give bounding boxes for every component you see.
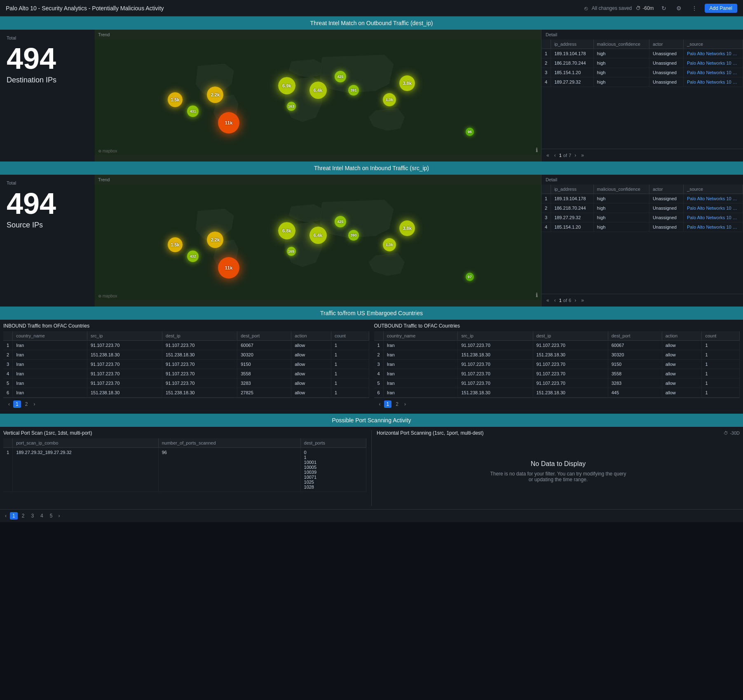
inbound-pagination: « ‹ 1 of 6 › » <box>541 294 743 307</box>
table-row: 2 186.218.70.244 high Unassigned Palo Al… <box>541 59 743 68</box>
inbound-table-scroll[interactable]: ip_address malicious_confidence actor _s… <box>541 185 743 294</box>
no-data-area: No Data to Display There is no data for … <box>377 438 740 504</box>
prev-page-btn[interactable]: ‹ <box>553 152 558 159</box>
inbound-sublabel: Source IPs <box>7 221 88 229</box>
map-bubble: 1.5k <box>168 92 183 107</box>
page-total: 7 <box>569 153 571 158</box>
first-page-btn[interactable]: « <box>545 152 551 159</box>
map-bubble: 391 <box>348 85 359 96</box>
port-page-1[interactable]: 1 <box>10 512 18 520</box>
it-page-2[interactable]: 2 <box>23 400 30 408</box>
outbound-header: Threat Intel Match on Outbound Traffic (… <box>0 16 743 30</box>
next-page-btn[interactable]: › <box>573 152 578 159</box>
table-row: 4 189.27.29.32 high Unassigned Palo Alto… <box>541 77 743 87</box>
table-row: 2 Iran 151.238.18.30 151.238.18.30 30320… <box>3 350 369 360</box>
table-row: 6 Iran 151.238.18.30 151.238.18.30 27825… <box>3 388 369 398</box>
table-row: 3 Iran 91.107.223.70 91.107.223.70 9150 … <box>3 360 369 369</box>
outbound-map-area: 1.5k2.2k4316.9k6.4k4253911633.8k1.3k11k9… <box>95 40 541 155</box>
inbound-traffic-table: country_name src_ip dest_ip dest_port ac… <box>3 331 369 398</box>
map-bubble: 2.2k <box>207 87 223 103</box>
table-row: 3 189.27.29.32 high Unassigned Palo Alto… <box>541 213 743 222</box>
table-row: 1 Iran 91.107.223.70 91.107.223.70 60067… <box>3 341 369 350</box>
port-header: Possible Port Scanning Activity <box>0 414 743 427</box>
port-next[interactable]: › <box>56 512 61 520</box>
outbound-sublabel: Destination IPs <box>7 76 88 84</box>
map-bubble: 3.8k <box>399 75 415 91</box>
map-bubble: 1.3k <box>383 238 396 251</box>
clock-icon-2: ⏱ <box>724 431 728 435</box>
col-actor: actor <box>649 40 683 49</box>
inbound-total: Total 494 Source IPs <box>0 175 95 307</box>
inbound-first-btn[interactable]: « <box>545 297 551 304</box>
traffic-content: INBOUND Traffic from OFAC Countries coun… <box>0 320 743 414</box>
map-bubble: 6.9k <box>278 77 295 94</box>
more-button[interactable]: ⋮ <box>689 4 700 12</box>
refresh-button[interactable]: ↻ <box>659 4 669 12</box>
ot-page-1[interactable]: 1 <box>384 400 392 408</box>
share-icon[interactable]: ⎋ <box>584 5 588 12</box>
vertical-port-scan: Vertical Port Scan (1src, 1dst, multi-po… <box>3 430 366 506</box>
map-bubble: 1.3k <box>383 93 396 106</box>
port-content: Vertical Port Scan (1src, 1dst, multi-po… <box>0 427 743 509</box>
vertical-scan-table: port_scan_ip_combo number_of_ports_scann… <box>3 438 366 492</box>
map-bubble: 431 <box>187 105 199 117</box>
outbound-total: Total 494 Destination IPs <box>0 30 95 162</box>
time-range[interactable]: ⏱ -60m <box>636 5 654 11</box>
inbound-next-btn[interactable]: › <box>573 297 578 304</box>
table-row: 4 185.154.1.20 high Unassigned Palo Alto… <box>541 222 743 232</box>
map-bubble: 2.2k <box>207 232 223 248</box>
col-confidence: malicious_confidence <box>593 40 649 49</box>
table-row: 3 185.154.1.20 high Unassigned Palo Alto… <box>541 68 743 77</box>
filter-icon[interactable]: ⚙ <box>674 4 684 12</box>
ot-page-2[interactable]: 2 <box>393 400 401 408</box>
outbound-count: 494 <box>7 44 88 73</box>
port-section: Possible Port Scanning Activity Vertical… <box>0 414 743 522</box>
outbound-table: ip_address malicious_confidence actor _s… <box>541 40 743 87</box>
add-panel-button[interactable]: Add Panel <box>705 4 737 13</box>
outbound-table-scroll[interactable]: ip_address malicious_confidence actor _s… <box>541 40 743 149</box>
map-bubble: 425 <box>335 216 346 227</box>
outbound-detail: Detail ip_address malicious_confidence a… <box>541 30 743 162</box>
map-bubble: 432 <box>187 251 199 262</box>
port-page-4[interactable]: 4 <box>38 512 46 520</box>
port-page-3[interactable]: 3 <box>28 512 36 520</box>
inbound-prev-btn[interactable]: ‹ <box>553 297 558 304</box>
outbound-map: Trend <box>95 30 541 162</box>
inbound-last-btn[interactable]: » <box>579 297 586 304</box>
traffic-section: Traffic to/from US Embargoed Countries I… <box>0 307 743 414</box>
port-page-2[interactable]: 2 <box>19 512 27 520</box>
ot-prev[interactable]: ‹ <box>377 400 382 408</box>
outbound-section: Threat Intel Match on Outbound Traffic (… <box>0 16 743 162</box>
inbound-page-total: 6 <box>569 298 571 303</box>
topbar: Palo Alto 10 - Security Analytics - Pote… <box>0 0 743 16</box>
table-row: 3 Iran 91.107.223.70 91.107.223.70 9150 … <box>374 360 740 369</box>
port-prev[interactable]: ‹ <box>3 512 8 520</box>
page-current: 1 <box>559 153 562 158</box>
last-page-btn[interactable]: » <box>579 152 586 159</box>
table-row: 1 189.19.104.178 high Unassigned Palo Al… <box>541 49 743 59</box>
ot-next[interactable]: › <box>403 400 408 408</box>
inbound-panel: Total 494 Source IPs Trend 1.5k2.2k4326.… <box>0 175 743 307</box>
it-prev[interactable]: ‹ <box>7 400 12 408</box>
map-bubble: 163 <box>287 102 296 111</box>
table-row: 1 189.19.104.178 high Unassigned Palo Al… <box>541 194 743 204</box>
map-bubble: 11k <box>218 257 239 279</box>
inbound-bubbles: 1.5k2.2k4326.8k6.4k4253901653.8k1.3k11k9… <box>95 185 541 300</box>
outbound-panel: Total 494 Destination IPs Trend <box>0 30 743 162</box>
map-bubble: 97 <box>466 273 474 281</box>
map-bubble: 3.8k <box>399 220 415 236</box>
port-page-5[interactable]: 5 <box>47 512 55 520</box>
horizontal-port-scan: Horizontal Port Scanning (1src, 1port, m… <box>371 430 740 506</box>
it-next[interactable]: › <box>32 400 37 408</box>
page-title: Palo Alto 10 - Security Analytics - Pote… <box>6 5 580 12</box>
map-bubble: 1.5k <box>168 237 183 252</box>
col-ip: ip_address <box>551 40 593 49</box>
it-page-1[interactable]: 1 <box>13 400 21 408</box>
table-row: 1 189.27.29.32_189.27.29.32 96 011000110… <box>3 448 366 492</box>
outbound-pagination: « ‹ 1 of 7 › » <box>541 149 743 162</box>
map-bubble: 425 <box>335 71 346 82</box>
inbound-count: 494 <box>7 189 88 218</box>
table-row: 2 186.218.70.244 high Unassigned Palo Al… <box>541 204 743 213</box>
table-row: 6 Iran 151.238.18.30 151.238.18.30 445 a… <box>374 388 740 398</box>
inbound-table: ip_address malicious_confidence actor _s… <box>541 185 743 232</box>
